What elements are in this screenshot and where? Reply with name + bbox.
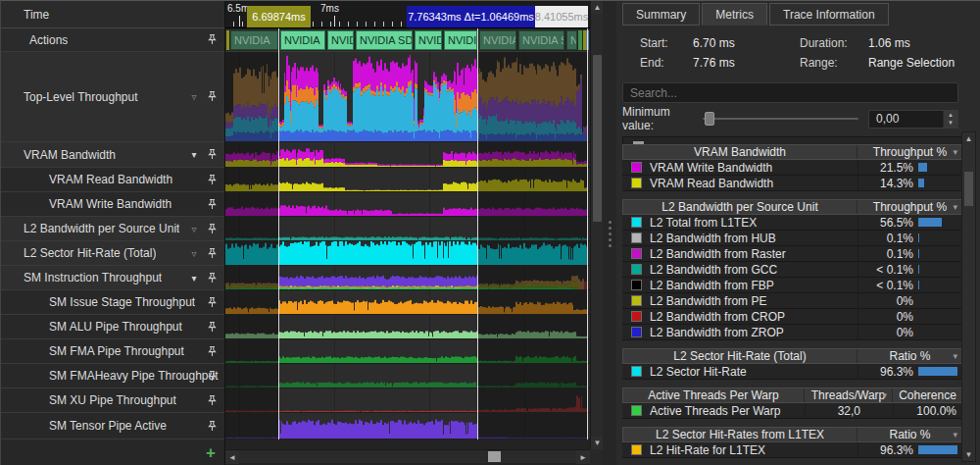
chevron-down-icon[interactable]: ▿ (188, 224, 200, 234)
panel-vertical-scrollbar[interactable]: ▲ ▼ (961, 131, 976, 462)
pin-icon[interactable] (206, 296, 219, 309)
pin-icon[interactable] (206, 272, 219, 284)
selection-boundary-line[interactable] (587, 28, 588, 439)
chart-track-sm-xu-pipe-throughput[interactable] (225, 388, 590, 413)
pin-icon[interactable] (206, 148, 219, 161)
action-block-sliver[interactable] (226, 30, 229, 50)
metric-table-row[interactable]: L2 Bandwidth from GCC< 0.1% (622, 262, 963, 278)
pin-icon[interactable] (206, 345, 219, 358)
spin-down-icon[interactable]: ▼ (944, 119, 957, 128)
chevron-down-icon[interactable]: ▿ (188, 248, 200, 259)
chart-track-vram-bandwidth[interactable] (225, 142, 590, 168)
selection-boundary-line[interactable] (278, 28, 279, 439)
chevron-down-icon[interactable]: ▾ (188, 149, 200, 160)
tab-trace-information[interactable]: Trace Information (769, 3, 889, 26)
pin-icon[interactable] (206, 247, 219, 260)
sidebar-item-vram-read-bandwidth[interactable]: VRAM Read Bandwidth (1, 168, 224, 192)
hscroll-thumb[interactable] (488, 451, 501, 462)
tab-summary[interactable]: Summary (622, 3, 700, 26)
timeline-vertical-scrollbar[interactable]: ▲ ▼ (590, 1, 603, 449)
action-block[interactable]: NVIDIA (230, 30, 278, 50)
sidebar-item-top-level-throughput[interactable]: Top-Level Throughput▿ (1, 52, 224, 142)
tab-metrics[interactable]: Metrics (702, 3, 767, 26)
sidebar-item-sm-issue-stage-throughput[interactable]: SM Issue Stage Throughput (1, 290, 224, 315)
metric-table-row[interactable]: L2 Bandwidth from ZROP0% (622, 325, 963, 340)
minimum-value-spinbox[interactable]: 0,00 ▲ ▼ (868, 110, 958, 129)
chevron-down-icon[interactable]: ▾ (188, 273, 200, 284)
hscroll-track[interactable] (239, 450, 576, 463)
action-block[interactable]: NVIDIA (479, 30, 516, 50)
vscroll-thumb[interactable] (964, 172, 973, 206)
sidebar-item-l2-bandwidth-per-source-unit[interactable]: L2 Bandwidth per Source Unit▿ (1, 217, 224, 241)
pin-icon[interactable] (206, 174, 219, 186)
chart-track-vram-read-bandwidth[interactable] (225, 168, 590, 192)
chart-track-l2-bandwidth-per-source-unit[interactable] (225, 217, 590, 241)
scroll-up-arrow-icon[interactable]: ▲ (962, 132, 975, 145)
metric-table-row[interactable]: VRAM Write Bandwidth21.5% (622, 160, 963, 176)
action-block[interactable]: N (566, 30, 577, 50)
sidebar-item-vram-bandwidth[interactable]: VRAM Bandwidth▾ (1, 142, 224, 168)
chevron-down-icon[interactable]: ▿ (188, 91, 200, 102)
action-block[interactable]: NVIDIA SD (518, 30, 564, 50)
scroll-right-arrow-icon[interactable]: ► (576, 450, 590, 464)
pin-icon[interactable] (206, 223, 219, 235)
chart-track-sm-instruction-throughput[interactable] (225, 266, 590, 290)
metric-table-row[interactable]: L2 Hit-Rate for L1TEX96.3% (622, 442, 963, 458)
metric-table-row[interactable]: L2 Sector Hit-Rate96.3% (622, 364, 963, 380)
metric-table-row[interactable]: VRAM Read Bandwidth14.3% (622, 176, 963, 191)
chart-track-sm-tensor-pipe-active[interactable] (225, 413, 590, 439)
add-metric-button[interactable]: + (206, 443, 224, 463)
action-block[interactable]: NVIDIA (280, 30, 325, 50)
metric-table-row[interactable]: L2 Bandwidth from PE0% (622, 293, 963, 309)
metric-table-row[interactable]: L2 Bandwidth from Raster0.1% (622, 246, 963, 262)
chart-track-sm-alu-pipe-throughput[interactable] (225, 315, 590, 339)
column-header-sort[interactable]: Throughput %▾ (857, 200, 962, 214)
column-header[interactable]: Coherence (892, 388, 962, 402)
pin-icon[interactable] (206, 370, 219, 383)
sidebar-item-sm-fma-pipe-throughput[interactable]: SM FMA Pipe Throughput (1, 339, 224, 364)
sidebar-item-sm-xu-pipe-throughput[interactable]: SM XU Pipe Throughput (1, 388, 224, 413)
sidebar-item-sm-tensor-pipe-active[interactable]: SM Tensor Pipe Active (1, 413, 224, 439)
chart-track-sm-issue-stage-throughput[interactable] (225, 290, 590, 315)
metric-table-row[interactable]: L2 Total from L1TEX56.5% (622, 215, 963, 231)
pin-icon[interactable] (206, 394, 219, 407)
panel-splitter[interactable] (603, 1, 616, 465)
pin-icon[interactable] (206, 420, 219, 433)
scroll-left-arrow-icon[interactable]: ◄ (225, 450, 239, 464)
scroll-down-arrow-icon[interactable]: ▼ (962, 448, 975, 461)
action-block[interactable]: NVIDIA (444, 30, 477, 50)
metric-table-row[interactable]: L2 Bandwidth from FBP< 0.1% (622, 278, 963, 293)
chart-track-vram-write-bandwidth[interactable] (225, 192, 590, 217)
metric-table-row[interactable]: L2 Bandwidth from CROP0% (622, 309, 963, 325)
sidebar-item-sm-alu-pipe-throughput[interactable]: SM ALU Pipe Throughput (1, 315, 224, 339)
column-header-sort[interactable]: Ratio %▾ (857, 349, 962, 363)
sidebar-item-sm-fmaheavy-pipe-throughput[interactable]: SM FMAHeavy Pipe Throughput (1, 364, 224, 388)
action-block[interactable]: NVID (415, 30, 442, 50)
sidebar-item-vram-write-bandwidth[interactable]: VRAM Write Bandwidth (1, 192, 224, 217)
column-header-sort[interactable]: Threads/Warp▾ (804, 388, 892, 402)
chart-track-sm-fma-pipe-throughput[interactable] (225, 339, 590, 364)
actions-row-header[interactable]: Actions (1, 28, 224, 52)
actions-track[interactable]: NVIDIANVIDIANVIDNVIDIA SDNVIDNVIDIANVIDI… (225, 28, 590, 52)
metric-table-row[interactable]: L2 Bandwidth from HUB0.1% (622, 231, 963, 246)
minimum-value-slider[interactable] (703, 109, 858, 129)
slider-handle[interactable] (705, 112, 714, 126)
sidebar-item-sm-instruction-throughput[interactable]: SM Instruction Throughput▾ (1, 266, 224, 290)
selection-boundary-line[interactable] (477, 28, 478, 439)
pin-icon[interactable] (206, 321, 219, 334)
time-ruler[interactable]: 6.5ms 7ms 6.69874ms 7.76343ms Δt=1.06469… (225, 1, 590, 28)
pin-icon[interactable] (206, 198, 219, 211)
chart-track-sm-fmaheavy-pipe-throughput[interactable] (225, 364, 590, 388)
chart-track-l2-sector-hit-rate-total[interactable] (225, 241, 590, 266)
action-block[interactable]: NVIDIA SD (356, 30, 413, 50)
timeline-horizontal-scrollbar[interactable]: ◄ ► (225, 449, 590, 463)
action-block-sliver[interactable] (578, 30, 582, 50)
action-block[interactable]: NVID (327, 30, 354, 50)
metric-table-row[interactable]: Active Threads Per Warp32,0100.0% (622, 403, 963, 419)
column-header-sort[interactable]: Throughput %▾ (857, 145, 962, 159)
column-header-sort[interactable]: Ratio %▾ (857, 428, 962, 441)
chart-track-top-level-throughput[interactable] (225, 52, 590, 142)
spin-up-icon[interactable]: ▲ (944, 111, 957, 120)
pin-icon[interactable] (206, 90, 219, 103)
pin-icon[interactable] (206, 33, 219, 46)
